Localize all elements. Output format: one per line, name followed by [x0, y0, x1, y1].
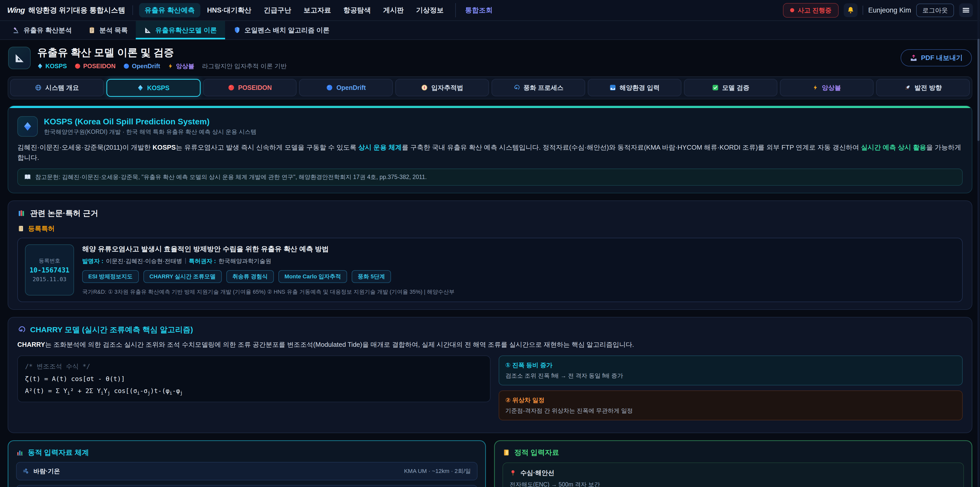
dynamic-inputs-card: 동적 입력자료 체계 바람·기온 KMA UM · ~12km · 2회/일 해…	[8, 440, 486, 487]
notification-bell-button[interactable]	[844, 3, 858, 17]
nav-oil-spill-prediction[interactable]: 유출유 확산예측	[139, 3, 200, 18]
page-title: 유출유 확산 모델 이론 및 검증	[37, 45, 286, 59]
pin-icon	[510, 469, 516, 476]
patent-meta: 발명자 :이문진·김혜진·이승현·전태병 | 특허권자 :한국해양과학기술원	[82, 257, 455, 265]
clipboard-icon	[88, 26, 96, 34]
pdf-export-button[interactable]: PDF 내보내기	[900, 49, 972, 66]
nav-reports[interactable]: 보고자료	[298, 3, 337, 18]
bell-icon	[847, 6, 854, 14]
badge-poseidon: POSEIDON	[75, 62, 116, 70]
section-tabstrip: 시스템 개요 KOSPS POSEIDON OpenDrift 입자추적법 풍화…	[8, 77, 972, 99]
bar-chart-icon	[16, 449, 24, 457]
tag-monte-carlo[interactable]: Monte Carlo 입자추적	[278, 270, 347, 283]
badge-kosps: KOSPS	[37, 62, 67, 70]
hamburger-menu-button[interactable]	[959, 3, 973, 17]
kosps-subtitle: 한국해양연구원(KORDI) 개발 · 한국 해역 특화 유출유 확산 예측 상…	[44, 128, 256, 136]
formula-zeta: ζ(t) = A(t) cos[σt - θ(t)]	[25, 375, 483, 383]
ledger-icon	[503, 449, 510, 457]
papers-section: 관련 논문·특허 근거 등록특허 등록번호 10-1567431 2015.11…	[8, 200, 972, 310]
export-icon	[910, 54, 918, 62]
tag-weathering-5[interactable]: 풍화 5단계	[352, 270, 391, 283]
model-badges: KOSPS POSEIDON OpenDrift 앙상블 라그랑지안 입자추적 …	[37, 62, 286, 70]
tab-kosps[interactable]: KOSPS	[107, 79, 200, 97]
main-nav: 유출유 확산예측 HNS·대기확산 긴급구난 보고자료 항공탐색 게시판 기상정…	[139, 3, 498, 18]
tab-model-validation[interactable]: 모델 검증	[684, 79, 778, 96]
registration-number: 10-1567431	[30, 267, 70, 274]
patent-card: 등록번호 10-1567431 2015.11.03 해양 유류오염사고 발생시…	[18, 238, 963, 302]
diamond-icon	[37, 63, 43, 69]
brand: Wing 해양환경 위기대응 통합시스템	[7, 5, 133, 15]
user-name: Eunjeong Kim	[868, 6, 911, 14]
registered-patent-badge: 등록특허	[18, 224, 963, 233]
tab-system-overview[interactable]: 시스템 개요	[10, 79, 104, 96]
red-circle-icon	[228, 84, 234, 91]
kosps-section: KOSPS (Korea Oil Spill Prediction System…	[8, 105, 972, 193]
reference-box: 참고문헌: 김혜진·이문진·오세웅·강준묵, "유출유 확산 예측 모델의 상시…	[18, 169, 963, 186]
nav-aerial-search[interactable]: 항공탐색	[338, 3, 376, 18]
nav-integrated-search[interactable]: 통합조회	[455, 3, 498, 18]
tag-charry-model[interactable]: CHARRY 실시간 조류모델	[143, 270, 222, 283]
patent-body: 해양 유류오염사고 발생시 효율적인 방제방안 수립을 위한 유출유 확산 예측…	[82, 244, 455, 295]
rocket-icon	[904, 84, 911, 91]
static-inputs-title-row: 정적 입력자료	[503, 448, 964, 457]
reference-text: 참고문헌: 김혜진·이문진·오세웅·강준묵, "유출유 확산 예측 모델의 상시…	[35, 173, 427, 181]
sub-navbar: 유출유 확산분석 분석 목록 유출유확산모델 이론 오일펜스 배치 알고리즘 이…	[0, 21, 980, 40]
wing-logo-icon: Wing	[7, 6, 25, 14]
scroll-icon	[18, 225, 24, 232]
ruler-icon	[14, 52, 25, 64]
blue-circle-icon	[326, 84, 333, 91]
check-icon	[712, 84, 719, 91]
charry-description: CHARRY는 조화분석에 의한 검조소 실시간 조위와 조석 수치모델링에 의…	[18, 340, 963, 349]
kosps-description: 김혜진·이문진·오세웅·강준묵(2011)이 개발한 KOSPS는 유류오염사고…	[18, 142, 963, 163]
tab-oil-fence-algorithm-theory[interactable]: 오일펜스 배치 알고리즘 이론	[225, 21, 338, 39]
compass-icon	[421, 84, 428, 91]
scrollbar-thumb[interactable]	[977, 39, 980, 141]
blue-circle-icon	[123, 63, 129, 69]
cyclone-icon	[18, 326, 25, 334]
dynamic-row-wind-temp: 바람·기온 KMA UM · ~12km · 2회/일	[16, 462, 477, 481]
tab-poseidon[interactable]: POSEIDON	[203, 79, 297, 96]
registration-label: 등록번호	[39, 257, 60, 264]
highlight-realtime-use: 실시간 예측 상시 활용	[861, 144, 926, 151]
patent-registration-box: 등록번호 10-1567431 2015.11.03	[25, 244, 74, 295]
bolt-icon	[813, 84, 818, 91]
shield-icon	[233, 26, 241, 34]
tab-opendrift[interactable]: OpenDrift	[299, 79, 393, 96]
registration-date: 2015.11.03	[33, 276, 66, 283]
tab-particle-tracking[interactable]: 입자추적법	[395, 79, 489, 96]
charry-title-row: CHARRY 모델 (실시간 조류예측 핵심 알고리즘)	[18, 324, 963, 335]
ruler-icon	[144, 26, 151, 34]
nav-board[interactable]: 게시판	[377, 3, 409, 18]
diamond-icon	[137, 84, 143, 91]
modulated-tide-formula-block: /* 변조조석 수식 */ ζ(t) = A(t) cos[σt - θ(t)]…	[18, 356, 490, 402]
tab-ensemble[interactable]: 앙상블	[780, 79, 873, 96]
badge-opendrift: OpenDrift	[123, 62, 160, 70]
page-header: 유출유 확산 모델 이론 및 검증 KOSPS POSEIDON OpenDri…	[0, 40, 980, 75]
tab-diffusion-model-theory[interactable]: 유출유확산모델 이론	[136, 21, 225, 39]
nav-emergency-rescue[interactable]: 긴급구난	[258, 3, 297, 18]
tab-weathering-process[interactable]: 풍화 프로세스	[492, 79, 585, 96]
kosps-header: KOSPS (Korea Oil Spill Prediction System…	[18, 116, 963, 137]
tag-wdc-formula[interactable]: 취송류 경험식	[226, 270, 274, 283]
nav-hns-atmospheric[interactable]: HNS·대기확산	[201, 3, 257, 18]
alert-dot-icon	[790, 8, 794, 12]
open-book-icon	[24, 173, 31, 180]
kosps-title: KOSPS (Korea Oil Spill Prediction System…	[44, 117, 256, 126]
tab-future-direction[interactable]: 발전 방향	[876, 79, 970, 96]
tab-ocean-environment-input[interactable]: 해양환경 입력	[588, 79, 681, 96]
app-title: 해양환경 위기대응 통합시스템	[28, 5, 125, 15]
dynamic-row-current: 해류(표층) HYCOM · ~9km · 1회/일	[16, 485, 477, 487]
static-inputs-card: 정적 입력자료 수심·해안선 전자해도(ENC) → 500m 격자 보간 격자…	[494, 440, 972, 487]
logout-button[interactable]: 로그아웃	[916, 3, 954, 17]
globe-icon	[35, 84, 41, 91]
topbar-right: 사고 진행중 Eunjeong Kim 로그아웃	[783, 3, 973, 18]
top-navbar: Wing 해양환경 위기대응 통합시스템 유출유 확산예측 HNS·대기확산 긴…	[0, 0, 980, 21]
bolt-icon	[168, 63, 173, 69]
page-tagline: 라그랑지안 입자추적 이론 기반	[202, 62, 286, 70]
tag-esi-map[interactable]: ESI 방제정보지도	[82, 270, 139, 283]
cyclone-icon	[513, 84, 520, 91]
tab-analysis-list[interactable]: 분석 목록	[80, 21, 136, 39]
tab-spill-analysis[interactable]: 유출유 확산분석	[4, 21, 80, 39]
dynamic-inputs-title-row: 동적 입력자료 체계	[16, 448, 477, 457]
nav-weather[interactable]: 기상정보	[410, 3, 449, 18]
